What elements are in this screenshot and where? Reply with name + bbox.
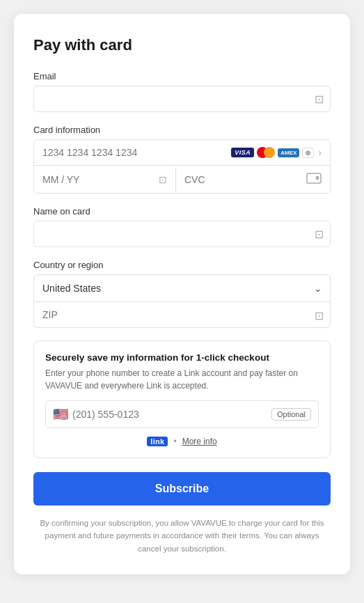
link-footer: link • More info bbox=[45, 437, 319, 446]
save-section: Securely save my information for 1-click… bbox=[33, 340, 331, 458]
card-info-box: VISA AMEX ◎ › ⊡ bbox=[33, 139, 331, 194]
card-number-row: VISA AMEX ◎ › bbox=[34, 140, 330, 166]
legal-text: By confirming your subscription, you all… bbox=[33, 517, 331, 555]
name-on-card-group: Name on card ⊡ bbox=[33, 206, 331, 247]
cvc-input[interactable] bbox=[184, 174, 306, 185]
save-title: Securely save my information for 1-click… bbox=[45, 352, 319, 363]
link-logo: link bbox=[147, 437, 168, 446]
cvc-wrap bbox=[176, 166, 330, 193]
save-description: Enter your phone number to create a Link… bbox=[45, 367, 319, 392]
expiry-autofill-icon: ⊡ bbox=[159, 174, 167, 185]
separator: • bbox=[173, 437, 176, 446]
mastercard-logo bbox=[257, 147, 275, 158]
optional-badge: Optional bbox=[271, 408, 311, 421]
expiry-input[interactable] bbox=[42, 174, 98, 185]
card-bottom-row: ⊡ bbox=[34, 166, 330, 193]
more-info-link[interactable]: More info bbox=[182, 437, 217, 446]
phone-input[interactable] bbox=[72, 409, 271, 420]
expiry-wrap: ⊡ bbox=[34, 167, 176, 192]
card-info-group: Card information VISA AMEX ◎ › bbox=[33, 125, 331, 194]
us-flag-icon: 🇺🇸 bbox=[53, 407, 68, 422]
page-title: Pay with card bbox=[33, 36, 331, 54]
email-group: Email ⊡ bbox=[33, 71, 331, 112]
country-select-wrap: United States United Kingdom Canada Aust… bbox=[33, 274, 331, 302]
subscribe-button[interactable]: Subscribe bbox=[33, 472, 331, 506]
email-label: Email bbox=[33, 71, 331, 81]
email-input-wrap: ⊡ bbox=[33, 86, 331, 112]
country-group: Country or region United States United K… bbox=[33, 260, 331, 328]
name-on-card-input[interactable] bbox=[33, 221, 331, 247]
card-info-label: Card information bbox=[33, 125, 331, 135]
amex-logo: AMEX bbox=[278, 148, 299, 157]
diners-logo: ◎ bbox=[302, 148, 314, 158]
email-input[interactable] bbox=[33, 86, 331, 112]
cvc-card-icon bbox=[306, 173, 322, 186]
country-label: Country or region bbox=[33, 260, 331, 270]
zip-wrap: ⊡ bbox=[33, 302, 331, 328]
name-on-card-input-wrap: ⊡ bbox=[33, 221, 331, 247]
card-logos: VISA AMEX ◎ › bbox=[231, 147, 322, 158]
country-select[interactable]: United States United Kingdom Canada Aust… bbox=[33, 274, 331, 302]
visa-logo: VISA bbox=[231, 148, 254, 157]
zip-autofill-icon: ⊡ bbox=[315, 308, 324, 322]
more-cards-icon: › bbox=[318, 147, 322, 158]
phone-row: 🇺🇸 Optional bbox=[45, 400, 319, 428]
svg-rect-1 bbox=[316, 176, 319, 180]
name-on-card-label: Name on card bbox=[33, 206, 331, 217]
zip-input[interactable] bbox=[33, 302, 331, 328]
card-number-input[interactable] bbox=[42, 147, 231, 158]
payment-form: Pay with card Email ⊡ Card information V… bbox=[14, 14, 350, 574]
